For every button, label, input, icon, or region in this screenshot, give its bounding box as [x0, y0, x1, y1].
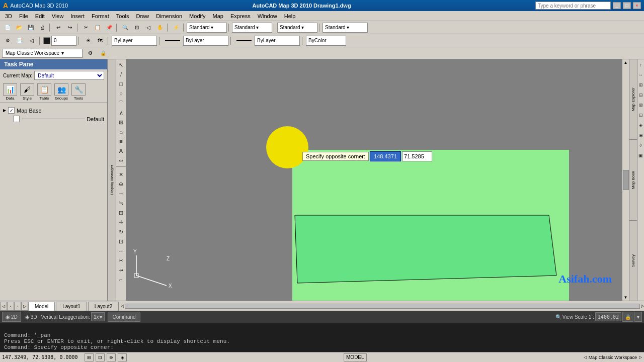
vt-text[interactable]: A	[117, 146, 126, 155]
fr-btn2[interactable]: ↔	[636, 70, 645, 79]
tb-plot[interactable]: 🖨	[37, 22, 48, 33]
tb-style3-dropdown[interactable]: Standard ▾	[277, 23, 317, 33]
close-btn[interactable]: ×	[633, 2, 641, 9]
vt-rect[interactable]: □	[117, 79, 126, 88]
tb-match[interactable]: ⚡	[171, 22, 182, 33]
vscroll-down[interactable]: ▼	[624, 295, 628, 300]
command-btn[interactable]: Command	[108, 312, 140, 322]
display-manager-tab[interactable]: Display Manager	[108, 59, 116, 301]
fr-btn6[interactable]: ⊡	[636, 111, 645, 120]
fr-btn8[interactable]: ◉	[636, 131, 645, 140]
bylayer2-dropdown[interactable]: ByLayer	[183, 36, 228, 46]
freeze-sun-btn[interactable]: ☀	[83, 35, 94, 46]
fr-btn5[interactable]: ⊠	[636, 101, 645, 110]
vscroll-up[interactable]: ▲	[624, 60, 628, 65]
vt-dim[interactable]: ⇔	[117, 156, 126, 165]
fr-btn9[interactable]: ◊	[636, 141, 645, 150]
specify-x-input[interactable]	[370, 151, 401, 161]
vt-mirror[interactable]: ⊣	[117, 189, 126, 198]
vt-line[interactable]: /	[117, 70, 126, 79]
task-data-icon[interactable]: 📊 Data	[3, 83, 17, 101]
tb-open[interactable]: 📂	[14, 22, 25, 33]
menu-window[interactable]: Window	[255, 12, 280, 20]
default-layer-checkbox[interactable]	[13, 116, 20, 122]
title-search[interactable]	[535, 2, 611, 10]
layer-manager-btn[interactable]: 📑	[14, 35, 25, 46]
vt-array[interactable]: ⊞	[117, 208, 126, 217]
fr-btn7[interactable]: ◈	[636, 121, 645, 130]
menu-insert[interactable]: Insert	[67, 12, 88, 20]
specify-y-input[interactable]	[402, 151, 432, 161]
workspace-gear-btn[interactable]: ⚙	[85, 48, 96, 59]
scroll-prev-btn[interactable]: ‹	[7, 302, 14, 311]
tb-zoom-extents[interactable]: 🔍	[120, 22, 131, 33]
status-scroll-left[interactable]: ◁	[584, 355, 587, 359]
osnap-btn[interactable]: ◈	[118, 353, 127, 361]
layer-state-btn[interactable]: ⚙	[2, 35, 13, 46]
tab-layout2[interactable]: Layout2	[88, 302, 119, 311]
vt-rotate[interactable]: ↻	[117, 227, 126, 236]
vt-copy2[interactable]: ⊕	[117, 179, 126, 189]
menu-format[interactable]: Format	[89, 12, 112, 20]
menu-modify[interactable]: Modify	[186, 12, 208, 20]
menu-edit[interactable]: Edit	[32, 12, 48, 20]
menu-tools[interactable]: Tools	[113, 12, 132, 20]
task-style-icon[interactable]: 🖌 Style	[20, 83, 34, 101]
bycolor-dropdown[interactable]: ByColor	[306, 36, 346, 46]
map-tools-btn[interactable]: 🗺	[95, 35, 106, 46]
tb-save[interactable]: 💾	[25, 22, 36, 33]
vt-multiline[interactable]: ≡	[117, 137, 126, 146]
fr-btn1[interactable]: ↕	[636, 60, 645, 69]
tb-new[interactable]: 📄	[2, 22, 13, 33]
workspace-lock-btn[interactable]: 🔒	[98, 48, 109, 59]
view-scale-lock[interactable]: 🔒	[622, 312, 633, 322]
vt-polyline[interactable]: ∧	[117, 108, 126, 117]
vt-region[interactable]: ⌂	[117, 127, 126, 136]
tab-layout1[interactable]: Layout1	[56, 302, 87, 311]
vscroll-thumb[interactable]	[623, 170, 629, 190]
vt-arrow[interactable]: ↖	[117, 60, 126, 69]
btn-3d[interactable]: ◉3D	[22, 312, 40, 322]
tb-style4-dropdown[interactable]: Standard ▾	[323, 23, 368, 33]
scroll-next-btn[interactable]: ›	[14, 302, 21, 311]
menu-view[interactable]: View	[49, 12, 67, 20]
hscroll-track[interactable]	[125, 304, 640, 309]
drawing-canvas[interactable]: Y X Z	[126, 59, 622, 301]
tb-style-dropdown[interactable]: Standard ▾	[187, 23, 227, 33]
tb-redo[interactable]: ↪	[64, 22, 75, 33]
vt-offset[interactable]: ≒	[117, 199, 126, 208]
hscroll-left[interactable]: ◁	[121, 304, 124, 308]
tb-undo[interactable]: ↩	[53, 22, 64, 33]
task-tools-icon[interactable]: 🔧 Tools	[71, 83, 86, 101]
workspace-dropdown[interactable]: Map Classic Workspace ▾	[2, 49, 83, 58]
status-scroll-right[interactable]: ▷	[639, 355, 642, 359]
layer-name-dropdown[interactable]: 0	[51, 36, 76, 46]
maximize-btn[interactable]: □	[623, 2, 631, 9]
vt-hatch[interactable]: ⊠	[117, 118, 126, 127]
tab-model[interactable]: Model	[28, 302, 55, 311]
fr-btn10[interactable]: ▣	[636, 151, 645, 160]
vscroll-bar[interactable]: ▲ ▼	[622, 59, 629, 301]
tb-cut[interactable]: ✂	[80, 22, 92, 33]
tb-zoom-prev[interactable]: ◁	[143, 22, 154, 33]
tb-copy[interactable]: 📋	[92, 22, 103, 33]
ortho-btn[interactable]: ⊕	[107, 353, 116, 361]
menu-dimension[interactable]: Dimension	[153, 12, 185, 20]
map-base-checkbox[interactable]: ✓	[8, 107, 15, 114]
fr-btn3[interactable]: ⊞	[636, 80, 645, 89]
menu-3d[interactable]: 3D	[2, 12, 15, 20]
vt-fillet[interactable]: ⌐	[117, 275, 126, 284]
vt-circle[interactable]: ○	[117, 89, 126, 98]
current-map-select[interactable]: Default	[34, 71, 104, 80]
bylayer3-dropdown[interactable]: ByLayer	[255, 36, 300, 46]
vt-arc[interactable]: ⌒	[117, 99, 126, 108]
vt-stretch[interactable]: ↔	[117, 246, 126, 255]
tb-pan[interactable]: ✋	[154, 22, 166, 33]
fr-btn4[interactable]: ⊟	[636, 90, 645, 100]
vt-trim[interactable]: ✂	[117, 256, 126, 265]
tb-paste[interactable]: 📌	[104, 22, 115, 33]
vt-move[interactable]: ✛	[117, 218, 126, 227]
vert-exag-dropdown[interactable]: 1x ▾	[91, 312, 105, 321]
tb-style2-dropdown[interactable]: Standard ▾	[232, 23, 272, 33]
scroll-right-btn[interactable]: ▷	[21, 302, 28, 311]
